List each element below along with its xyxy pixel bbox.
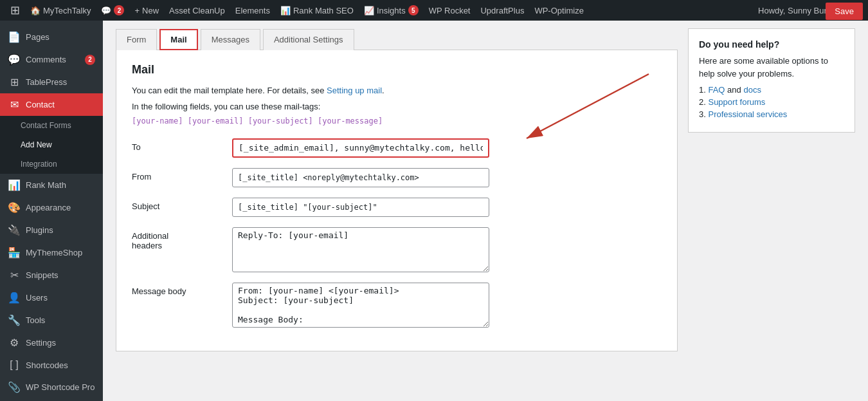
sidebar-item-wp-shortcode-pro[interactable]: 📎 WP Shortcode Pro: [0, 376, 103, 398]
from-label: From: [132, 168, 222, 182]
additional-headers-row: Additionalheaders Reply-To: [your-email]: [132, 227, 662, 272]
tab-mail[interactable]: Mail: [159, 29, 197, 50]
site-name: MyTechTalky: [43, 6, 91, 15]
sidebar-item-users[interactable]: 👤 Users: [0, 286, 103, 309]
site-name-item[interactable]: 🏠 MyTechTalky: [25, 0, 96, 21]
sidebar-item-integration[interactable]: Integration: [0, 154, 103, 174]
sidebar-item-label: Contact: [26, 100, 55, 109]
insights-label: Insights: [377, 6, 406, 15]
faq-link[interactable]: FAQ: [708, 85, 725, 95]
elements-label: Elements: [235, 6, 270, 15]
mail-intro-line1: You can edit the mail template here. For…: [132, 84, 662, 98]
main-content: Form Mail Messages Additional Settings M…: [103, 21, 868, 401]
sidebar-item-comments[interactable]: 💬 Comments 2: [0, 48, 103, 71]
comments-menu-badge: 2: [85, 55, 95, 65]
sidebar-item-rank-math[interactable]: 📊 Rank Math: [0, 174, 103, 196]
from-input[interactable]: [232, 168, 489, 187]
rank-math-seo-item[interactable]: 📊 Rank Math SEO: [275, 0, 359, 21]
integration-label: Integration: [21, 160, 57, 169]
sidebar-item-snippets[interactable]: ✂ Snippets: [0, 264, 103, 286]
sidebar-item-label: Rank Math: [26, 180, 66, 190]
subject-field-row: Subject: [132, 198, 662, 217]
docs-link[interactable]: docs: [743, 85, 761, 95]
sidebar-item-add-new[interactable]: Add New: [0, 135, 103, 154]
rank-math-icon: 📊: [280, 6, 291, 15]
insights-item[interactable]: 📈 Insights 5: [359, 0, 424, 21]
insights-icon: 📈: [364, 6, 374, 15]
subject-input[interactable]: [232, 198, 489, 217]
sidebar-item-pages[interactable]: 📄 Pages: [0, 26, 103, 48]
additional-headers-label: Additionalheaders: [132, 227, 222, 250]
sidebar-item-label: Comments: [26, 55, 66, 64]
sidebar-item-contact-forms[interactable]: Contact Forms: [0, 116, 103, 135]
tools-icon: 🔧: [8, 314, 21, 326]
wp-optimize-item[interactable]: WP-Optimize: [529, 0, 589, 21]
mail-tags: [your-name] [your-email] [your-subject] …: [132, 117, 662, 126]
updraft-plus-item[interactable]: UpdraftPlus: [475, 0, 529, 21]
home-icon: 🏠: [30, 6, 41, 15]
plugins-icon: 🔌: [8, 224, 21, 236]
wp-rocket-label: WP Rocket: [429, 6, 471, 15]
tab-form[interactable]: Form: [116, 29, 157, 50]
add-new-label: Add New: [21, 140, 52, 149]
mythemeshop-icon: 🏪: [8, 247, 21, 259]
settings-icon: ⚙: [8, 337, 21, 349]
additional-headers-textarea[interactable]: Reply-To: [your-email]: [232, 227, 489, 272]
contact-submenu: Contact Forms Add New Integration: [0, 116, 103, 174]
subject-label: Subject: [132, 198, 222, 211]
new-item[interactable]: + New: [129, 0, 164, 21]
to-input[interactable]: [232, 138, 489, 158]
asset-cleanup-item[interactable]: Asset CleanUp: [164, 0, 230, 21]
sidebar-item-label: Pages: [26, 32, 50, 42]
pages-icon: 📄: [8, 31, 21, 43]
wp-shortcode-pro-icon: 📎: [8, 381, 21, 393]
professional-services-link[interactable]: Professional services: [708, 109, 787, 119]
message-body-row: Message body From: [your-name] <[your-em…: [132, 283, 662, 328]
rank-math-seo-label: Rank Math SEO: [293, 6, 354, 15]
comments-item[interactable]: 💬 2: [96, 0, 129, 21]
save-area: Save: [820, 0, 868, 23]
sidebar-item-tools[interactable]: 🔧 Tools: [0, 309, 103, 331]
sidebar-item-settings[interactable]: ⚙ Settings: [0, 331, 103, 354]
sidebar-item-mythemeshop[interactable]: 🏪 MyThemeShop: [0, 241, 103, 264]
comments-icon: 💬: [101, 6, 111, 15]
sidebar-item-label: MyThemeShop: [26, 248, 82, 257]
tab-additional-settings[interactable]: Additional Settings: [263, 29, 354, 50]
wp-rocket-item[interactable]: WP Rocket: [424, 0, 476, 21]
contact-icon: ✉: [8, 98, 21, 111]
help-list-item: FAQ and docs: [699, 85, 844, 95]
message-body-textarea[interactable]: From: [your-name] <[your-email]> Subject…: [232, 283, 489, 328]
sidebar-item-contact[interactable]: ✉ Contact: [0, 93, 103, 116]
setting-up-mail-link[interactable]: Setting up mail: [327, 86, 382, 95]
sidebar-item-label: TablePress: [26, 77, 67, 87]
help-sidebar: Do you need help? Here are some availabl…: [688, 28, 855, 393]
to-label: To: [132, 138, 222, 152]
cf7-tabs: Form Mail Messages Additional Settings: [116, 28, 678, 50]
elements-item[interactable]: Elements: [230, 0, 275, 21]
tablepress-icon: ⊞: [8, 76, 21, 88]
help-list-item: Support forums: [699, 97, 844, 107]
appearance-icon: 🎨: [8, 201, 21, 214]
mail-content-card: Mail You can edit the mail template here…: [116, 50, 678, 351]
sidebar-item-plugins[interactable]: 🔌 Plugins: [0, 219, 103, 241]
sidebar-item-label: Tools: [26, 315, 45, 325]
sidebar-item-label: WP Shortcode Pro: [26, 382, 95, 392]
wp-optimize-label: WP-Optimize: [534, 6, 584, 15]
sidebar-item-label: Settings: [26, 338, 56, 348]
help-box: Do you need help? Here are some availabl…: [688, 28, 855, 133]
support-forums-link[interactable]: Support forums: [708, 97, 765, 107]
rank-math-menu-icon: 📊: [8, 179, 21, 191]
sidebar-item-appearance[interactable]: 🎨 Appearance: [0, 196, 103, 219]
sidebar-item-shortcodes[interactable]: [ ] Shortcodes: [0, 354, 103, 376]
wp-logo-item[interactable]: ⊞: [5, 0, 25, 21]
comments-badge: 2: [114, 5, 124, 15]
sidebar-item-tablepress[interactable]: ⊞ TablePress: [0, 71, 103, 93]
admin-menu: 📄 Pages 💬 Comments 2 ⊞ TablePress ✉ Cont…: [0, 21, 103, 401]
to-field-row: To: [132, 138, 662, 158]
save-button[interactable]: Save: [826, 3, 863, 20]
insights-badge: 5: [408, 5, 419, 15]
updraft-plus-label: UpdraftPlus: [480, 6, 524, 15]
sidebar-item-label: Plugins: [26, 225, 53, 235]
help-desc: Here are some available options to help …: [699, 55, 844, 80]
tab-messages[interactable]: Messages: [201, 29, 260, 50]
